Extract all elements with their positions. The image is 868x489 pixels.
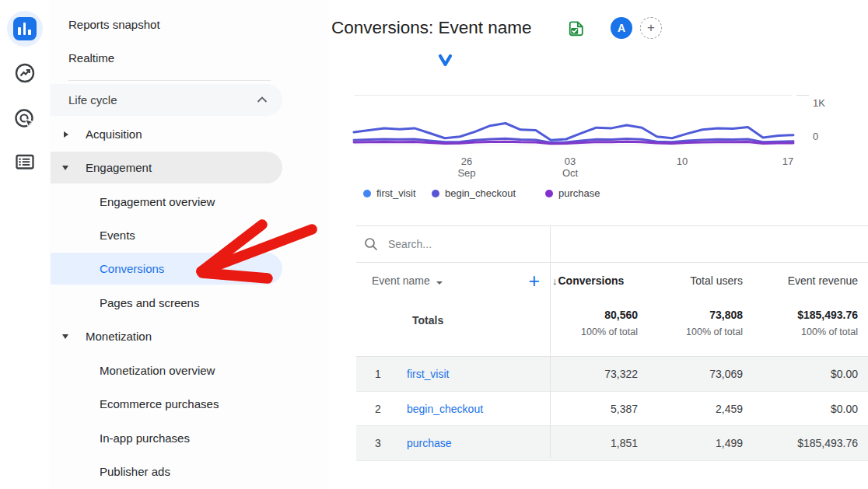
library-list-icon xyxy=(14,151,36,173)
event-link-purchase[interactable]: purchase xyxy=(407,437,452,449)
conversions-trend-line-chart xyxy=(354,109,793,149)
sidebar-item-label: Engagement overview xyxy=(100,195,215,208)
legend-dot xyxy=(432,190,439,197)
axis-tick-1k xyxy=(796,95,809,96)
sidebar-item-label-selected: Conversions xyxy=(100,262,164,275)
sidebar-item-label: Engagement xyxy=(86,161,152,174)
sidebar-item-engagement-overview[interactable]: Engagement overview xyxy=(49,185,329,218)
cell-total-users: 73,069 xyxy=(638,368,743,380)
sidebar-item-conversions[interactable]: Conversions xyxy=(49,252,329,285)
sidebar-item-pages-and-screens[interactable]: Pages and screens xyxy=(49,286,329,320)
cell-conversions: 5,387 xyxy=(550,403,638,415)
explore-icon xyxy=(14,62,36,84)
ga4-reports-page: Reports snapshot Realtime Life cycle Acq… xyxy=(0,0,868,489)
report-content: 1K 0 26Sep 03Oct 10 17 first_visit begin… xyxy=(329,56,868,489)
legend-dot xyxy=(545,190,553,197)
legend-label: begin_checkout xyxy=(445,187,516,199)
sidebar-item-label: Publisher ads xyxy=(100,465,170,478)
table-search-row xyxy=(356,226,868,263)
collapsed-arrow-icon xyxy=(64,131,68,138)
totals-row: Totals 80,560 100% of total 73,808 100% … xyxy=(356,298,868,357)
dimension-selector[interactable]: Event name xyxy=(372,274,443,287)
column-header-total-users[interactable]: Total users xyxy=(638,274,743,287)
sort-descending-icon: ↓ xyxy=(552,275,558,287)
sidebar-item-publisher-ads[interactable]: Publisher ads xyxy=(49,455,329,488)
totals-total-users: 73,808 100% of total xyxy=(638,298,743,337)
sidebar-item-label: In-app purchases xyxy=(100,431,190,445)
cell-conversions: 73,322 xyxy=(550,368,638,380)
account-avatar[interactable]: A xyxy=(611,17,632,39)
search-icon xyxy=(364,237,378,251)
sidebar-item-label: Events xyxy=(100,229,135,242)
sidebar-item-acquisition[interactable]: Acquisition xyxy=(49,117,329,151)
legend-label: first_visit xyxy=(376,187,416,199)
plus-icon: + xyxy=(647,20,655,36)
x-tick-03-oct: 03Oct xyxy=(555,155,586,179)
row-index: 3 xyxy=(356,437,407,449)
table-header-row: Event name + ↓Conversions Total users Ev… xyxy=(356,263,868,298)
totals-label: Totals xyxy=(356,298,550,327)
page-title: Conversions: Event name xyxy=(331,18,532,38)
sidebar-section-life-cycle[interactable]: Life cycle xyxy=(49,83,329,117)
legend-item-purchase: purchase xyxy=(545,187,600,199)
cell-event-revenue: $0.00 xyxy=(743,368,858,380)
column-divider xyxy=(550,226,551,458)
advertising-nav-button[interactable] xyxy=(0,108,49,130)
cell-event-revenue: $0.00 xyxy=(743,403,858,415)
x-tick-26-sep: 26Sep xyxy=(451,155,482,179)
sidebar-item-label: Reports snapshot xyxy=(68,18,160,31)
report-header: Conversions: Event name A + xyxy=(329,0,868,57)
sidebar-item-label: Pages and screens xyxy=(100,296,199,309)
selected-indicator xyxy=(7,11,43,47)
search-input[interactable] xyxy=(387,237,537,251)
add-account-button[interactable]: + xyxy=(640,17,662,39)
sidebar-item-realtime[interactable]: Realtime xyxy=(49,41,329,75)
x-tick-17: 17 xyxy=(772,155,803,167)
sidebar-item-label: Monetization overview xyxy=(100,364,215,377)
table-row: 3 purchase 1,851 1,499 $185,493.76 xyxy=(356,426,868,461)
event-link-first-visit[interactable]: first_visit xyxy=(407,368,449,380)
sidebar-item-ecommerce-purchases[interactable]: Ecommerce purchases xyxy=(49,387,329,421)
sidebar-item-label: Realtime xyxy=(68,51,114,65)
expanded-arrow-icon xyxy=(62,166,68,170)
totals-event-revenue: $185,493.76 100% of total xyxy=(743,298,858,337)
legend-item-first-visit: first_visit xyxy=(363,187,416,199)
legend-label: purchase xyxy=(558,187,600,199)
y-axis-min-label: 0 xyxy=(813,131,818,142)
sidebar-item-label: Acquisition xyxy=(86,127,142,141)
advertising-target-icon xyxy=(14,108,36,130)
sidebar-item-engagement[interactable]: Engagement xyxy=(49,151,329,184)
section-label: Life cycle xyxy=(68,93,117,107)
y-axis-max-label: 1K xyxy=(813,97,825,109)
table-row: 2 begin_checkout 5,387 2,459 $0.00 xyxy=(356,392,868,426)
bar-chart-icon xyxy=(13,17,37,40)
dimension-label: Event name xyxy=(372,274,430,287)
cell-event-revenue: $185,493.76 xyxy=(743,437,858,449)
gridline-1k xyxy=(354,95,792,96)
table-row: 1 first_visit 73,322 73,069 $0.00 xyxy=(356,357,868,392)
x-tick-10: 10 xyxy=(667,155,698,167)
icon-rail xyxy=(0,0,50,489)
add-column-button[interactable]: + xyxy=(528,272,540,289)
row-index: 1 xyxy=(356,368,407,380)
legend-dot xyxy=(363,190,371,197)
reports-nav-button[interactable] xyxy=(0,11,49,47)
row-index: 2 xyxy=(356,403,407,415)
sidebar-item-reports-snapshot[interactable]: Reports snapshot xyxy=(49,8,329,41)
divider xyxy=(68,80,271,81)
sidebar-item-in-app-purchases[interactable]: In-app purchases xyxy=(49,421,329,455)
sidebar-item-events[interactable]: Events xyxy=(49,218,329,252)
sidebar-item-label: Monetization xyxy=(86,330,152,343)
explore-nav-button[interactable] xyxy=(0,62,49,84)
chevron-up-icon xyxy=(257,96,268,103)
conversion-verified-icon xyxy=(568,20,585,37)
cell-total-users: 2,459 xyxy=(638,403,743,415)
sidebar-item-monetization-overview[interactable]: Monetization overview xyxy=(49,354,329,387)
column-header-event-revenue[interactable]: Event revenue xyxy=(743,274,858,287)
library-nav-button[interactable] xyxy=(0,151,49,173)
sidebar-item-monetization[interactable]: Monetization xyxy=(49,320,329,353)
totals-conversions: 80,560 100% of total xyxy=(550,298,638,337)
event-link-begin-checkout[interactable]: begin_checkout xyxy=(407,403,483,415)
caret-down-icon xyxy=(436,281,443,285)
column-header-conversions[interactable]: ↓Conversions xyxy=(550,274,638,287)
